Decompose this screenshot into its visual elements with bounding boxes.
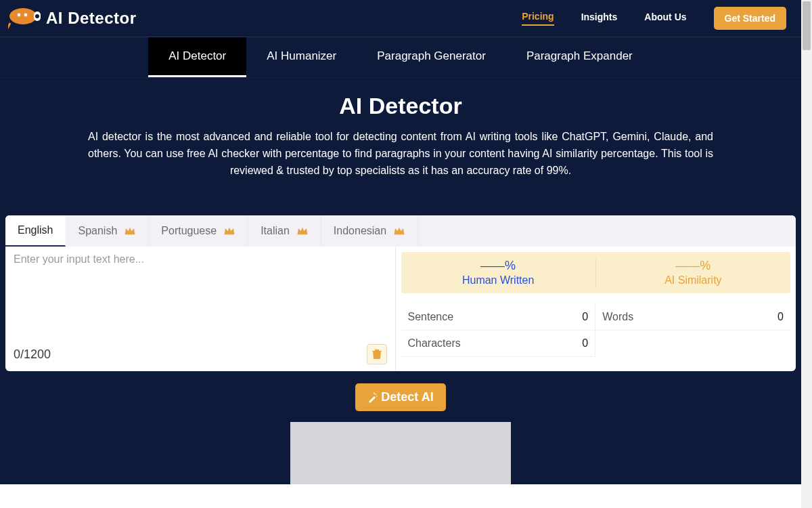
- svg-point-4: [35, 14, 39, 18]
- human-label: Human Written: [401, 274, 595, 287]
- scrollbar-thumb[interactable]: [803, 1, 811, 50]
- human-percentage: ——%: [401, 259, 595, 273]
- stat-label: Words: [602, 311, 633, 323]
- detect-label: Detect AI: [381, 390, 433, 404]
- clear-button[interactable]: [367, 344, 387, 364]
- stat-empty: [595, 331, 790, 357]
- ai-percentage: ——%: [596, 259, 790, 273]
- card-body: 0/1200 ——% Human Written ——% AI Similari…: [5, 247, 796, 371]
- lang-label: Portuguese: [161, 225, 217, 237]
- ai-result: ——% AI Similarity: [596, 259, 790, 287]
- lang-label: Spanish: [78, 225, 117, 237]
- stats-grid: Sentence 0 Words 0 Characters 0: [401, 304, 791, 357]
- language-tabs: English Spanish Portuguese Italian Indon…: [5, 215, 796, 247]
- stat-value: 0: [777, 311, 784, 323]
- get-started-button[interactable]: Get Started: [714, 7, 786, 30]
- crown-icon: [296, 226, 309, 236]
- lang-tab-english[interactable]: English: [5, 215, 66, 247]
- crown-icon: [393, 226, 405, 236]
- input-footer: 0/1200: [5, 339, 395, 371]
- header: AI Detector Pricing Insights About Us Ge…: [0, 0, 801, 37]
- detector-card: English Spanish Portuguese Italian Indon…: [5, 215, 796, 371]
- stat-label: Sentence: [408, 311, 454, 323]
- detect-wrap: Detect AI: [0, 383, 801, 411]
- tab-ai-detector[interactable]: AI Detector: [148, 37, 246, 77]
- stat-value: 0: [582, 311, 588, 323]
- tab-ai-humanizer[interactable]: AI Humanizer: [246, 37, 357, 77]
- tool-tabs: AI Detector AI Humanizer Paragraph Gener…: [0, 37, 801, 78]
- svg-point-2: [24, 14, 28, 17]
- ad-placeholder: [290, 422, 511, 492]
- results-panel: ——% Human Written ——% AI Similarity Sent…: [396, 247, 796, 371]
- svg-point-1: [18, 14, 21, 17]
- wand-icon: [367, 392, 378, 403]
- input-panel: 0/1200: [5, 247, 396, 371]
- detect-button[interactable]: Detect AI: [355, 383, 445, 411]
- lang-tab-italian[interactable]: Italian: [248, 215, 321, 247]
- stat-value: 0: [582, 337, 588, 350]
- nav-insights[interactable]: Insights: [581, 12, 618, 25]
- lang-label: English: [18, 224, 53, 236]
- logo-icon: [8, 7, 41, 30]
- stat-label: Characters: [408, 337, 461, 350]
- lang-tab-indonesian[interactable]: Indonesian: [321, 215, 418, 247]
- scrollbar[interactable]: [801, 0, 812, 508]
- tab-paragraph-generator[interactable]: Paragraph Generator: [357, 37, 506, 77]
- brand-name: AI Detector: [46, 9, 137, 28]
- lang-tab-portuguese[interactable]: Portuguese: [149, 215, 248, 247]
- logo[interactable]: AI Detector: [8, 7, 137, 30]
- nav: Pricing Insights About Us Get Started: [522, 7, 786, 30]
- crown-icon: [124, 226, 136, 236]
- hero: AI Detector AI detector is the most adva…: [0, 78, 801, 203]
- trash-icon: [372, 349, 382, 360]
- text-input[interactable]: [5, 247, 395, 339]
- nav-pricing[interactable]: Pricing: [522, 11, 554, 26]
- stat-words: Words 0: [595, 304, 790, 331]
- bottom-strip: [0, 484, 801, 508]
- nav-about[interactable]: About Us: [644, 12, 686, 25]
- crown-icon: [223, 226, 235, 236]
- svg-point-0: [9, 8, 37, 24]
- stat-characters: Characters 0: [401, 331, 596, 357]
- char-counter: 0/1200: [14, 347, 51, 362]
- human-result: ——% Human Written: [401, 259, 596, 287]
- result-band: ——% Human Written ——% AI Similarity: [401, 252, 791, 293]
- page-description: AI detector is the most advanced and rel…: [88, 129, 713, 179]
- tab-paragraph-expander[interactable]: Paragraph Expander: [506, 37, 653, 77]
- stat-sentence: Sentence 0: [401, 304, 596, 331]
- lang-tab-spanish[interactable]: Spanish: [66, 215, 149, 247]
- page-title: AI Detector: [88, 93, 713, 119]
- lang-label: Italian: [261, 225, 290, 237]
- ai-label: AI Similarity: [596, 274, 790, 287]
- lang-label: Indonesian: [334, 225, 386, 237]
